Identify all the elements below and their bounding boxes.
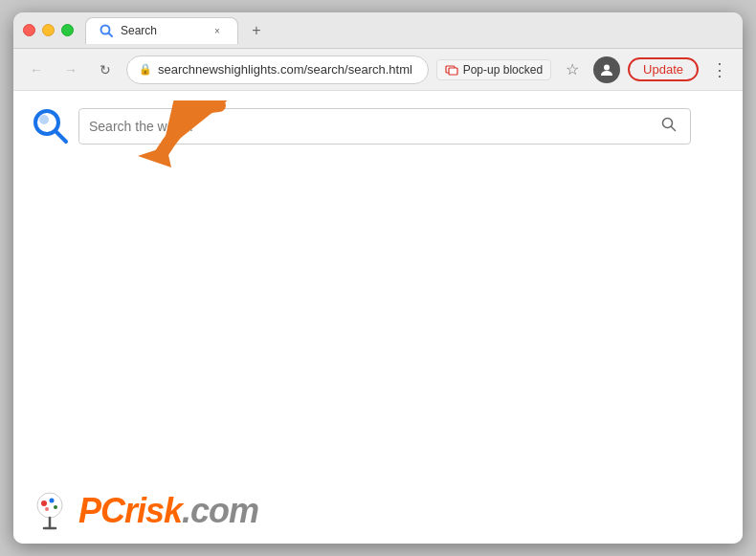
search-logo bbox=[33, 108, 69, 145]
menu-button[interactable]: ⋮ bbox=[706, 56, 733, 83]
tab-label: Search bbox=[121, 24, 157, 37]
reload-button[interactable]: ↻ bbox=[92, 56, 119, 83]
forward-button[interactable]: → bbox=[57, 56, 84, 83]
update-button[interactable]: Update bbox=[628, 57, 699, 81]
watermark-com: .com bbox=[182, 491, 258, 530]
lock-icon: 🔒 bbox=[139, 63, 152, 76]
traffic-lights bbox=[23, 24, 74, 36]
watermark-risk: risk bbox=[124, 491, 182, 530]
svg-line-6 bbox=[56, 131, 66, 142]
watermark: PCrisk.com bbox=[29, 490, 258, 532]
account-button[interactable] bbox=[593, 56, 620, 83]
search-submit-button[interactable] bbox=[657, 113, 680, 140]
svg-point-16 bbox=[45, 507, 49, 511]
bookmark-button[interactable]: ☆ bbox=[559, 56, 586, 83]
account-icon bbox=[599, 62, 614, 78]
search-submit-icon bbox=[661, 117, 677, 132]
popup-blocked-icon bbox=[445, 63, 458, 77]
back-button[interactable]: ← bbox=[23, 56, 50, 83]
address-text: searchnewshighlights.com/search/search.h… bbox=[158, 62, 416, 77]
close-traffic-light[interactable] bbox=[23, 24, 35, 36]
svg-point-13 bbox=[41, 500, 47, 506]
svg-point-12 bbox=[37, 493, 62, 518]
page-content: PCrisk.com bbox=[13, 91, 743, 544]
minimize-traffic-light[interactable] bbox=[42, 24, 55, 36]
annotation-arrow bbox=[109, 100, 233, 167]
svg-line-9 bbox=[672, 127, 676, 131]
new-tab-button[interactable]: + bbox=[244, 18, 269, 43]
watermark-text: PCrisk.com bbox=[78, 491, 258, 531]
watermark-pc: PC bbox=[78, 491, 124, 530]
popup-blocked-indicator[interactable]: Pop-up blocked bbox=[436, 59, 551, 80]
title-bar: Search × + bbox=[13, 12, 743, 49]
svg-point-4 bbox=[604, 64, 610, 70]
popup-blocked-label: Pop-up blocked bbox=[463, 63, 543, 77]
tab-close-button[interactable]: × bbox=[211, 24, 224, 37]
svg-marker-11 bbox=[138, 146, 171, 167]
maximize-traffic-light[interactable] bbox=[61, 24, 74, 36]
svg-point-15 bbox=[54, 505, 57, 509]
browser-tab[interactable]: Search × bbox=[85, 17, 238, 44]
svg-rect-3 bbox=[449, 68, 457, 75]
tab-favicon bbox=[100, 24, 113, 37]
arrow-annotation bbox=[109, 100, 233, 163]
tab-bar: Search × + bbox=[85, 17, 733, 44]
svg-line-1 bbox=[109, 33, 113, 37]
browser-window: Search × + ← → ↻ 🔒 searchnewshighlights.… bbox=[13, 12, 743, 544]
svg-point-14 bbox=[50, 499, 55, 503]
address-bar[interactable]: 🔒 searchnewshighlights.com/search/search… bbox=[126, 56, 429, 84]
watermark-logo-icon bbox=[29, 490, 71, 532]
nav-bar: ← → ↻ 🔒 searchnewshighlights.com/search/… bbox=[13, 49, 743, 91]
svg-point-7 bbox=[39, 115, 49, 124]
